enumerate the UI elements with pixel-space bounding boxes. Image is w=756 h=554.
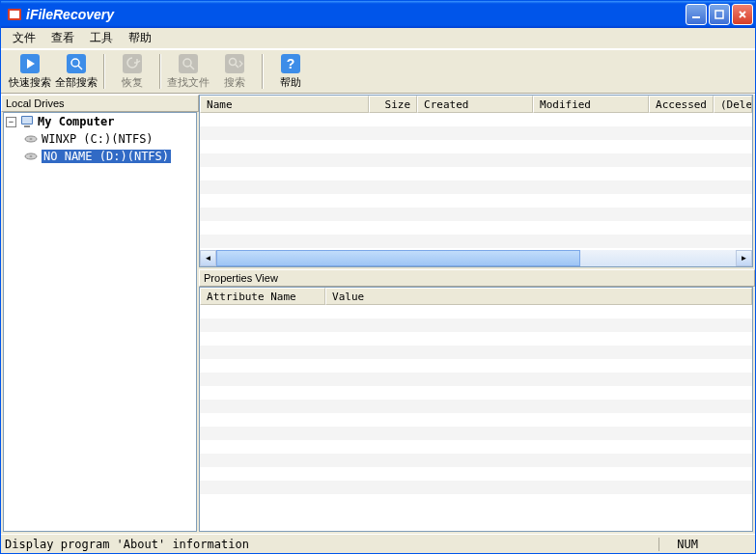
- file-list[interactable]: Name Size Created Modified Accessed (Del…: [199, 95, 753, 267]
- find-file-icon: [178, 53, 199, 74]
- recover-button: 恢复: [109, 52, 155, 91]
- status-text: Display program 'About' information: [5, 538, 658, 551]
- toolbar-separator: [103, 54, 105, 89]
- tree-drive-label: NO NAME (D:)(NTFS): [42, 150, 171, 163]
- svg-rect-18: [22, 117, 32, 124]
- tree-drive-d[interactable]: NO NAME (D:)(NTFS): [4, 148, 196, 165]
- recover-icon: [122, 53, 143, 74]
- menu-help[interactable]: 帮助: [121, 28, 159, 48]
- quick-search-button[interactable]: 快速搜索: [7, 52, 53, 91]
- col-attr-value[interactable]: Value: [325, 288, 752, 305]
- maximize-button[interactable]: [709, 4, 730, 25]
- toolbar-separator: [262, 54, 264, 89]
- svg-rect-5: [67, 54, 86, 73]
- search-next-button: 搜索: [211, 52, 258, 91]
- computer-icon: [19, 114, 35, 129]
- window-controls: [686, 4, 753, 25]
- search-next-icon: [224, 53, 245, 74]
- svg-rect-1: [10, 11, 19, 18]
- properties-list-header: Attribute Name Value: [200, 288, 752, 305]
- col-modified[interactable]: Modified: [533, 96, 649, 113]
- left-panel: Local Drives − My Computer WINXP (C:)(NT…: [1, 95, 199, 534]
- toolbar-separator: [159, 54, 161, 89]
- svg-rect-8: [123, 54, 142, 73]
- window-title: iFileRecovery: [26, 7, 686, 22]
- col-size[interactable]: Size: [369, 96, 417, 113]
- col-name[interactable]: Name: [200, 96, 369, 113]
- list-row: [200, 113, 752, 126]
- svg-rect-2: [692, 16, 700, 18]
- content-area: Local Drives − My Computer WINXP (C:)(NT…: [1, 94, 755, 534]
- svg-point-23: [30, 155, 33, 157]
- statusbar: Display program 'About' information NUM: [1, 534, 755, 553]
- drive-tree[interactable]: − My Computer WINXP (C:)(NTFS): [3, 112, 197, 532]
- drive-icon: [23, 131, 39, 147]
- app-window: iFileRecovery 文件 查看 工具 帮助 快速搜索: [0, 0, 756, 554]
- file-list-body[interactable]: [200, 113, 752, 250]
- tree-root[interactable]: − My Computer: [4, 113, 196, 130]
- tree-collapse-icon[interactable]: −: [6, 117, 16, 127]
- find-file-button: 查找文件: [165, 52, 211, 91]
- menubar: 文件 查看 工具 帮助: [1, 28, 755, 49]
- toolbar: 快速搜索 全部搜索 恢复 查找文件 搜索: [1, 49, 755, 94]
- minimize-button[interactable]: [686, 4, 707, 25]
- help-icon: ?: [280, 53, 301, 74]
- local-drives-header: Local Drives: [1, 95, 199, 112]
- properties-list[interactable]: Attribute Name Value: [199, 287, 753, 532]
- menu-view[interactable]: 查看: [43, 28, 82, 48]
- svg-rect-3: [715, 11, 723, 18]
- svg-rect-19: [24, 125, 30, 127]
- help-button[interactable]: ? 帮助: [267, 52, 314, 91]
- svg-point-21: [30, 138, 33, 140]
- properties-list-body[interactable]: [200, 305, 752, 531]
- tree-drive-c[interactable]: WINXP (C:)(NTFS): [4, 130, 196, 148]
- scroll-track[interactable]: [216, 250, 736, 266]
- file-list-header: Name Size Created Modified Accessed (Del…: [200, 96, 752, 113]
- col-created[interactable]: Created: [417, 96, 533, 113]
- menu-file[interactable]: 文件: [5, 28, 43, 48]
- properties-panel: Properties View Attribute Name Value: [199, 269, 755, 534]
- menu-tools[interactable]: 工具: [82, 28, 121, 48]
- right-panel: Name Size Created Modified Accessed (Del…: [199, 95, 755, 534]
- drive-icon: [23, 149, 39, 164]
- full-search-button[interactable]: 全部搜索: [53, 52, 99, 91]
- scroll-thumb[interactable]: [216, 250, 580, 266]
- svg-text:?: ?: [287, 56, 295, 71]
- tree-drive-label: WINXP (C:)(NTFS): [42, 132, 154, 146]
- scroll-right-button[interactable]: ►: [736, 250, 752, 266]
- col-attr-name[interactable]: Attribute Name: [200, 288, 325, 305]
- titlebar[interactable]: iFileRecovery: [1, 1, 755, 28]
- status-num: NUM: [658, 538, 715, 551]
- properties-header: Properties View: [199, 269, 755, 287]
- search-icon: [66, 53, 87, 74]
- col-deleted[interactable]: (Dele…: [714, 96, 752, 113]
- close-button[interactable]: [732, 4, 753, 25]
- file-list-panel: Name Size Created Modified Accessed (Del…: [199, 95, 755, 267]
- tree-root-label: My Computer: [38, 115, 114, 128]
- col-accessed[interactable]: Accessed: [649, 96, 714, 113]
- play-icon: [19, 53, 41, 74]
- svg-rect-9: [179, 54, 198, 73]
- horizontal-scrollbar[interactable]: ◄ ►: [200, 250, 752, 266]
- app-icon: [7, 7, 22, 22]
- scroll-left-button[interactable]: ◄: [200, 250, 216, 266]
